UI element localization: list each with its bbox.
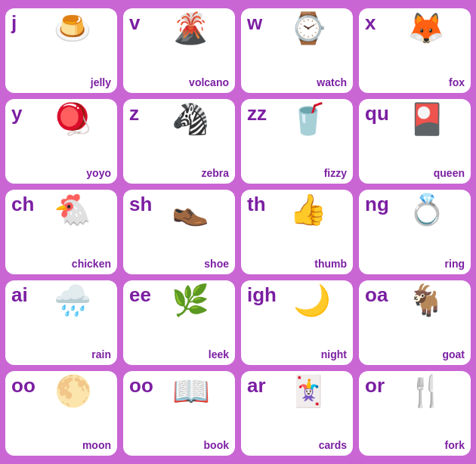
card-letter: or — [365, 376, 388, 395]
card-th: th 👍 thumb — [241, 190, 353, 274]
card-image: 🪀 — [34, 104, 111, 134]
card-oo1: oo 🌕 moon — [5, 371, 117, 456]
card-word: yoyo — [86, 167, 111, 181]
card-top: x 🦊 — [365, 13, 465, 76]
card-letter: ar — [247, 376, 270, 395]
card-sh: sh 👞 shoe — [123, 190, 235, 274]
card-ar: ar 🃏 cards — [241, 371, 353, 456]
card-image: 🐐 — [388, 285, 465, 315]
card-word: fox — [449, 76, 465, 90]
card-word: queen — [434, 167, 465, 181]
card-top: sh 👞 — [129, 194, 229, 258]
card-top: ee 🌿 — [129, 285, 229, 348]
card-word: zebra — [201, 167, 229, 181]
card-top: or 🍴 — [365, 376, 465, 439]
card-letter: oa — [365, 285, 388, 305]
card-letter: zz — [247, 104, 270, 123]
card-word: watch — [317, 76, 347, 90]
card-image: 🦊 — [388, 13, 465, 43]
card-word: rain — [91, 348, 111, 362]
card-v: v 🌋 volcano — [123, 8, 235, 93]
card-word: ring — [445, 258, 465, 271]
card-word: goat — [442, 348, 465, 362]
card-letter: ai — [11, 285, 34, 305]
card-image: 💍 — [389, 194, 465, 224]
card-letter: oo — [11, 376, 36, 395]
card-x: x 🦊 fox — [359, 8, 471, 93]
card-image: 🌙 — [277, 285, 347, 315]
card-top: oo 📖 — [129, 376, 229, 439]
card-qu: qu 🎴 queen — [359, 99, 471, 184]
card-top: v 🌋 — [129, 13, 229, 76]
card-ai: ai 🌧️ rain — [5, 280, 117, 365]
card-letter: ch — [11, 194, 34, 214]
card-image: 🥤 — [270, 104, 347, 134]
card-letter: z — [129, 104, 152, 123]
card-z: z 🦓 zebra — [123, 99, 235, 184]
card-image: 🌕 — [36, 376, 111, 406]
card-top: zz 🥤 — [247, 104, 347, 167]
card-word: volcano — [189, 76, 229, 90]
card-image: 🍮 — [34, 13, 111, 43]
card-top: oo 🌕 — [11, 376, 111, 439]
card-word: moon — [82, 439, 111, 453]
card-ee: ee 🌿 leek — [123, 280, 235, 365]
card-y: y 🪀 yoyo — [5, 99, 117, 184]
card-w: w ⌚ watch — [241, 8, 353, 93]
card-zz: zz 🥤 fizzy — [241, 99, 353, 184]
card-letter: y — [11, 104, 34, 123]
card-letter: x — [365, 13, 388, 32]
card-letter: sh — [129, 194, 152, 214]
card-top: ng 💍 — [365, 194, 465, 258]
card-image: 👍 — [270, 194, 347, 224]
card-letter: qu — [365, 104, 389, 123]
card-letter: igh — [247, 285, 277, 305]
phonics-grid: j 🍮 jelly v 🌋 volcano w ⌚ watch x 🦊 fox — [0, 2, 476, 462]
card-word: cards — [319, 439, 347, 453]
card-letter: ng — [365, 194, 389, 214]
card-top: y 🪀 — [11, 104, 111, 167]
card-top: qu 🎴 — [365, 104, 465, 167]
card-word: book — [204, 439, 229, 453]
card-igh: igh 🌙 night — [241, 280, 353, 365]
card-image: 🎴 — [389, 104, 465, 134]
card-word: jelly — [91, 76, 111, 90]
card-top: ch 🐔 — [11, 194, 111, 258]
card-or: or 🍴 fork — [359, 371, 471, 456]
card-top: igh 🌙 — [247, 285, 347, 348]
card-j: j 🍮 jelly — [5, 8, 117, 93]
card-top: ai 🌧️ — [11, 285, 111, 348]
card-image: 🌿 — [152, 285, 229, 315]
card-top: th 👍 — [247, 194, 347, 258]
card-top: ar 🃏 — [247, 376, 347, 439]
card-image: 📖 — [153, 376, 229, 406]
card-top: w ⌚ — [247, 13, 347, 76]
card-word: thumb — [314, 258, 347, 271]
card-letter: th — [247, 194, 270, 214]
card-image: 🐔 — [34, 194, 111, 224]
card-ch: ch 🐔 chicken — [5, 190, 117, 274]
card-word: fizzy — [324, 167, 347, 181]
card-word: shoe — [204, 258, 229, 271]
card-image: 👞 — [152, 194, 229, 224]
card-image: 🌋 — [152, 13, 229, 43]
card-letter: ee — [129, 285, 152, 305]
card-top: j 🍮 — [11, 13, 111, 76]
card-letter: oo — [129, 376, 153, 395]
card-ng: ng 💍 ring — [359, 190, 471, 274]
card-letter: w — [247, 13, 270, 32]
card-top: oa 🐐 — [365, 285, 465, 348]
card-word: chicken — [72, 258, 111, 271]
card-top: z 🦓 — [129, 104, 229, 167]
card-word: night — [321, 348, 347, 362]
card-image: 🃏 — [270, 376, 347, 406]
card-oa: oa 🐐 goat — [359, 280, 471, 365]
card-word: fork — [445, 439, 465, 453]
card-image: ⌚ — [270, 13, 347, 43]
card-oo2: oo 📖 book — [123, 371, 235, 456]
card-image: 🍴 — [388, 376, 465, 406]
card-image: 🌧️ — [34, 285, 111, 315]
card-letter: v — [129, 13, 152, 32]
card-letter: j — [11, 13, 34, 32]
card-word: leek — [209, 348, 229, 362]
